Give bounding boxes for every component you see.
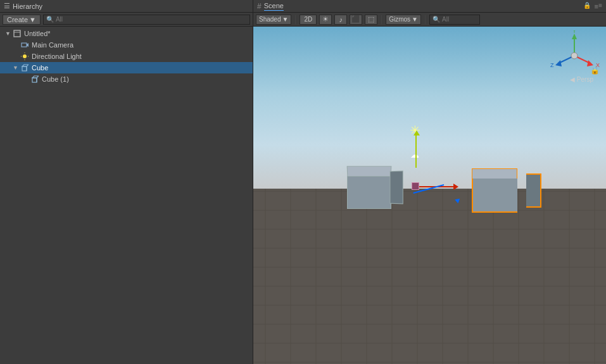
shaded-dropdown[interactable]: Shaded ▼	[256, 15, 291, 25]
cube-label: Cube	[32, 64, 48, 72]
tree-item-directional-light[interactable]: Directional Light	[0, 51, 253, 62]
create-arrow-icon: ▼	[29, 16, 36, 23]
main-camera-label: Main Camera	[32, 41, 73, 49]
create-label: Create	[7, 16, 28, 23]
hierarchy-toolbar: Create ▼ 🔍	[0, 13, 253, 27]
shaded-arrow-icon: ▼	[282, 16, 288, 23]
hierarchy-overflow-icon[interactable]: ≡	[598, 2, 602, 9]
svg-marker-22	[555, 60, 562, 66]
fx-icon: ⬛	[351, 15, 360, 23]
svg-marker-16	[572, 34, 577, 39]
untitled-label: Untitled*	[24, 30, 51, 37]
sun-button[interactable]: ☀	[319, 15, 332, 25]
view-2d-button[interactable]: 2D	[300, 15, 317, 25]
scene-panel: # Scene ≡ Shaded ▼ 2D ☀ ♪ ⬛ ⬚	[253, 0, 606, 364]
scene-toolbar: Shaded ▼ 2D ☀ ♪ ⬛ ⬚ Gizmos ▼	[253, 13, 606, 27]
hierarchy-lock-icon: 🔒	[583, 2, 591, 9]
untitled-scene-icon	[13, 29, 22, 38]
toolbar-sep-1	[295, 15, 296, 24]
scene-header: # Scene ≡	[253, 0, 606, 13]
gizmos-label: Gizmos	[389, 16, 410, 23]
svg-point-24	[571, 53, 578, 59]
persp-label: ◀ Persp	[570, 76, 593, 83]
hierarchy-search-icon: 🔍	[46, 16, 54, 23]
scene-hash-icon: #	[257, 2, 262, 11]
toolbar-sep-3	[425, 15, 426, 24]
svg-text:Z: Z	[550, 62, 554, 68]
hierarchy-panel: ☰ Hierarchy 🔒 ≡ Create ▼ 🔍 ▼ Untitled*	[0, 0, 253, 364]
scene-viewport[interactable]: ☁ ✳ Y	[253, 27, 606, 364]
cube-icon	[20, 63, 29, 72]
directional-light-label: Directional Light	[32, 53, 82, 60]
scene-search-input[interactable]	[442, 16, 477, 23]
tree-item-untitled[interactable]: ▼ Untitled*	[0, 28, 253, 39]
svg-rect-2	[22, 43, 27, 47]
scene-tab-label[interactable]: Scene	[264, 2, 284, 11]
grid-icon: ⬚	[368, 15, 374, 23]
audio-button[interactable]: ♪	[334, 15, 347, 25]
tree-item-cube1[interactable]: Cube (1)	[0, 73, 253, 85]
grid-button[interactable]: ⬚	[365, 15, 377, 25]
cube-arrow-icon: ▼	[13, 65, 20, 71]
svg-rect-9	[22, 66, 27, 71]
tree-item-cube[interactable]: ▼ Cube	[0, 62, 253, 73]
scene-search-box[interactable]: 🔍	[429, 15, 480, 25]
main-layout: ☰ Hierarchy 🔒 ≡ Create ▼ 🔍 ▼ Untitled*	[0, 0, 606, 364]
move-arrowhead-y	[413, 130, 420, 135]
camera-icon	[20, 41, 29, 49]
hierarchy-header: ☰ Hierarchy 🔒 ≡	[0, 0, 253, 13]
hierarchy-search-input[interactable]	[56, 16, 247, 23]
scene-overflow-icon[interactable]: ≡	[595, 3, 598, 10]
move-arrowhead-x	[453, 184, 458, 190]
move-center-handle	[412, 182, 419, 190]
svg-point-4	[23, 54, 27, 58]
hierarchy-icon: ☰	[4, 2, 10, 10]
scene-lock-icon[interactable]: 🔒	[590, 66, 600, 75]
gizmos-arrow-icon: ▼	[412, 16, 418, 23]
light-icon	[20, 52, 29, 61]
left-cube-side	[390, 171, 403, 204]
create-button[interactable]: Create ▼	[3, 15, 41, 25]
svg-marker-10	[22, 65, 28, 66]
svg-rect-0	[14, 30, 20, 37]
move-handle-icon: ☁	[410, 149, 419, 160]
hierarchy-title: Hierarchy	[13, 3, 42, 10]
hierarchy-search-box[interactable]: 🔍	[43, 15, 250, 25]
sun-icon: ☀	[322, 15, 329, 23]
gizmos-dropdown[interactable]: Gizmos ▼	[386, 15, 421, 25]
cube1-icon	[30, 75, 39, 84]
left-cube-top	[347, 166, 392, 177]
untitled-arrow-icon: ▼	[5, 30, 13, 37]
tree-item-main-camera[interactable]: Main Camera	[0, 39, 253, 51]
fx-button[interactable]: ⬛	[350, 15, 362, 25]
left-cube-front	[347, 176, 391, 209]
svg-rect-12	[32, 78, 37, 82]
cube1-label: Cube (1)	[42, 75, 69, 83]
move-arrow-y	[415, 133, 417, 168]
hierarchy-tree: ▼ Untitled* Main Camera Directional Ligh…	[0, 27, 253, 364]
grid-overlay	[253, 189, 606, 364]
svg-marker-13	[32, 76, 39, 78]
svg-text:Y: Y	[572, 30, 576, 34]
scene-search-icon: 🔍	[432, 16, 440, 23]
audio-icon: ♪	[339, 16, 343, 23]
right-cube-front	[472, 179, 517, 213]
toolbar-sep-2	[381, 15, 382, 24]
shaded-label: Shaded	[259, 16, 281, 23]
view-2d-label: 2D	[304, 16, 312, 23]
right-cube-side	[526, 173, 541, 208]
